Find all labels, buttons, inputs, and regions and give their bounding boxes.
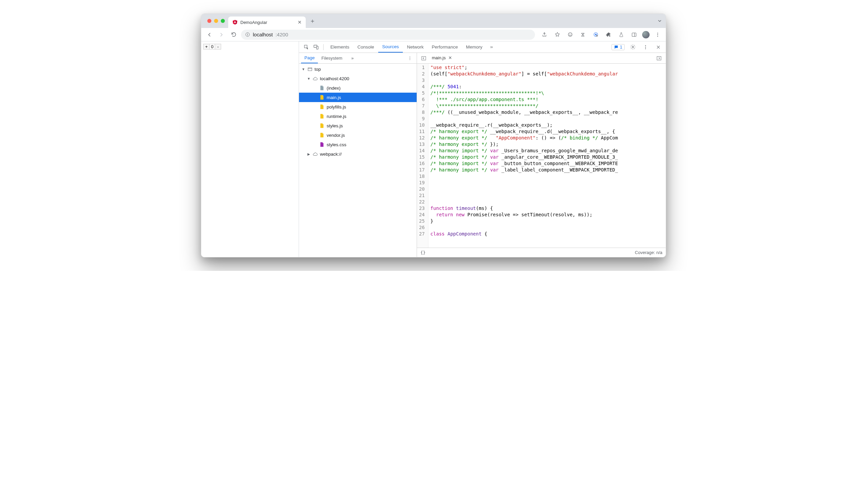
minimize-window-button[interactable]	[214, 19, 218, 23]
sidebar-tab-page[interactable]: Page	[301, 53, 318, 63]
extension-icon-3[interactable]	[591, 30, 600, 40]
toggle-debugger-icon[interactable]	[654, 54, 664, 63]
devtools-tab-elements[interactable]: Elements	[326, 42, 353, 53]
tree-webpack[interactable]: ▶webpack://	[299, 149, 417, 159]
pretty-print-button[interactable]: {}	[420, 250, 426, 255]
tree-file-5[interactable]: vendor.js	[299, 130, 417, 140]
tree-host[interactable]: ▼localhost:4200	[299, 74, 417, 83]
code-lines: "use strict"; (self["webpackChunkdemo_an…	[428, 64, 666, 248]
devtools-panel: ElementsConsoleSourcesNetworkPerformance…	[299, 42, 666, 257]
back-button[interactable]	[205, 30, 214, 40]
browser-toolbar: localhost:4200	[201, 28, 666, 42]
tree-top[interactable]: ▼top	[299, 64, 417, 74]
editor-tabbar: main.js ✕	[417, 53, 666, 64]
editor-statusbar: {} Coverage: n/a	[417, 248, 666, 257]
extension-icon-2[interactable]	[578, 30, 588, 40]
svg-point-12	[657, 34, 658, 35]
window-controls	[205, 19, 228, 23]
svg-point-11	[657, 33, 658, 33]
devtools-tab-performance[interactable]: Performance	[428, 42, 462, 53]
labs-flask-icon[interactable]	[617, 30, 626, 40]
tab-strip: DemoAngular ✕ ＋	[201, 14, 666, 28]
new-tab-button[interactable]: ＋	[308, 16, 317, 25]
devtools-menu-icon[interactable]	[641, 42, 650, 52]
tree-file-4[interactable]: styles.js	[299, 121, 417, 130]
devtools-tab-network[interactable]: Network	[403, 42, 428, 53]
toolbar-actions	[538, 30, 662, 40]
svg-point-13	[657, 36, 658, 36]
svg-point-22	[409, 58, 410, 59]
forward-button[interactable]	[217, 30, 226, 40]
reload-button[interactable]	[229, 30, 238, 40]
extension-icon-1[interactable]	[565, 30, 575, 40]
rendered-page: + 0 -	[201, 42, 299, 257]
side-panel-icon[interactable]	[629, 30, 639, 40]
extensions-puzzle-icon[interactable]	[604, 30, 613, 40]
devtools-tab-sources[interactable]: Sources	[378, 42, 403, 53]
svg-rect-27	[657, 56, 661, 60]
sidebar-tab-filesystem[interactable]: Filesystem	[318, 53, 345, 63]
angular-favicon	[232, 20, 238, 25]
address-bar[interactable]: localhost:4200	[241, 30, 535, 40]
maximize-window-button[interactable]	[221, 19, 225, 23]
browser-tab[interactable]: DemoAngular ✕	[228, 17, 306, 28]
browser-menu-icon[interactable]	[653, 30, 662, 40]
counter-value: 0	[210, 44, 215, 49]
bookmark-star-icon[interactable]	[553, 30, 562, 40]
svg-point-18	[645, 45, 646, 46]
line-gutter: 1 2 3 4 5 6 7 8 9 10 11 12 13 14 15 16 1…	[417, 64, 428, 248]
counter-widget: + 0 -	[203, 44, 221, 50]
code-area[interactable]: 1 2 3 4 5 6 7 8 9 10 11 12 13 14 15 16 1…	[417, 64, 666, 248]
file-tree[interactable]: ▼top▼localhost:4200(index)main.jspolyfil…	[299, 64, 417, 257]
device-toggle-icon[interactable]	[311, 42, 321, 52]
svg-rect-26	[422, 56, 426, 60]
url-port: :4200	[275, 32, 288, 37]
devtools-close-icon[interactable]	[654, 42, 663, 52]
svg-point-5	[570, 34, 571, 34]
close-window-button[interactable]	[207, 19, 211, 23]
sidebar-menu-icon[interactable]	[405, 54, 415, 63]
devtools-more-tabs-icon[interactable]	[486, 42, 496, 52]
editor-file-tab[interactable]: main.js ✕	[428, 53, 456, 63]
info-icon	[245, 32, 250, 37]
devtools-tab-console[interactable]: Console	[353, 42, 378, 53]
svg-point-20	[645, 48, 646, 49]
content-area: + 0 - ElementsConsoleSourcesNetworkPerfo…	[201, 42, 666, 257]
sources-sidebar: PageFilesystem » ▼top▼localhost:4200(ind…	[299, 53, 417, 257]
devtools-tab-memory[interactable]: Memory	[462, 42, 486, 53]
tabs-dropdown-button[interactable]	[658, 19, 662, 23]
chat-icon	[614, 45, 619, 50]
devtools-main: PageFilesystem » ▼top▼localhost:4200(ind…	[299, 53, 666, 257]
tree-file-3[interactable]: runtime.js	[299, 111, 417, 121]
tree-file-6[interactable]: styles.css	[299, 140, 417, 149]
svg-point-17	[632, 46, 633, 47]
svg-rect-16	[316, 46, 318, 49]
devtools-settings-icon[interactable]	[628, 42, 638, 52]
sources-sidebar-tabs: PageFilesystem »	[299, 53, 417, 64]
tree-file-2[interactable]: polyfills.js	[299, 102, 417, 111]
inspect-element-icon[interactable]	[302, 42, 311, 52]
toggle-navigator-icon[interactable]	[419, 54, 428, 63]
url-host: localhost	[253, 32, 273, 37]
issue-count: 1	[620, 45, 622, 50]
share-icon[interactable]	[540, 30, 549, 40]
svg-rect-9	[632, 33, 636, 36]
increment-button[interactable]: +	[204, 44, 210, 49]
sidebar-more-tabs-icon[interactable]: »	[348, 54, 357, 63]
svg-point-21	[409, 56, 410, 57]
code-editor: main.js ✕ 1 2 3 4 5 6 7 8 9 10 11 12 13 …	[417, 53, 666, 257]
issues-badge[interactable]: 1	[611, 44, 625, 50]
svg-point-4	[569, 34, 570, 34]
svg-point-19	[645, 46, 646, 47]
tree-file-1[interactable]: main.js	[299, 92, 417, 102]
browser-window: DemoAngular ✕ ＋ localhost:4200	[201, 13, 666, 258]
tree-file-0[interactable]: (index)	[299, 83, 417, 92]
profile-avatar[interactable]	[642, 31, 650, 39]
devtools-tabs: ElementsConsoleSourcesNetworkPerformance…	[326, 42, 486, 53]
close-file-icon[interactable]: ✕	[448, 55, 452, 60]
editor-file-name: main.js	[432, 55, 446, 60]
devtools-tabbar: ElementsConsoleSourcesNetworkPerformance…	[299, 42, 666, 53]
decrement-button[interactable]: -	[215, 44, 221, 49]
svg-point-23	[409, 59, 410, 60]
close-tab-button[interactable]: ✕	[298, 20, 302, 25]
